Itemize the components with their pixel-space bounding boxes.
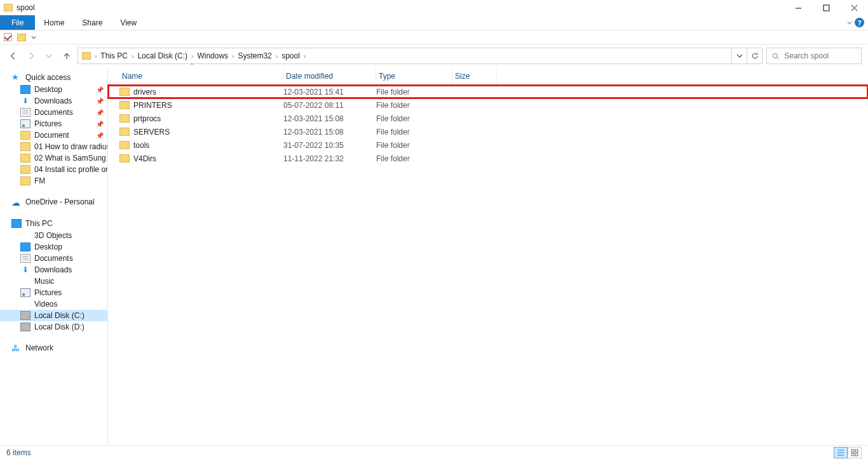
file-type: File folder <box>376 101 452 110</box>
sidebar-item[interactable]: Documents <box>0 253 107 264</box>
file-row[interactable]: prtprocs12-03-2021 15:08File folder <box>108 112 868 125</box>
folder-icon <box>20 165 31 174</box>
sidebar-onedrive[interactable]: ☁ OneDrive - Personal <box>0 196 107 208</box>
search-input[interactable] <box>784 51 861 60</box>
sidebar-item[interactable]: Music <box>0 276 107 287</box>
doc-icon <box>20 108 31 117</box>
close-button[interactable] <box>840 0 868 15</box>
help-icon[interactable]: ? <box>855 18 864 27</box>
sidebar-item[interactable]: Desktop <box>0 241 107 253</box>
pin-icon: 📌 <box>96 121 104 128</box>
sidebar-item[interactable]: FM <box>0 175 107 187</box>
folder-icon <box>4 4 13 11</box>
maximize-button[interactable] <box>812 0 840 15</box>
sidebar-label: Quick access <box>25 73 71 82</box>
tab-file[interactable]: File <box>0 15 35 30</box>
breadcrumb-segment[interactable]: System32 <box>235 51 274 60</box>
new-folder-icon[interactable] <box>17 34 26 41</box>
properties-icon[interactable] <box>4 33 12 41</box>
folder-icon <box>119 128 130 136</box>
tab-share[interactable]: Share <box>73 15 111 30</box>
sidebar-item[interactable]: Downloads <box>0 264 107 276</box>
pc-icon <box>11 219 22 228</box>
sidebar-item-label: 02 What is SamSung c <box>34 154 107 163</box>
view-details-button[interactable] <box>834 447 848 458</box>
sidebar-item[interactable]: Local Disk (D:) <box>0 321 107 333</box>
file-row[interactable]: drivers12-03-2021 15:41File folder <box>108 85 868 98</box>
sidebar-item-label: 01 How to draw radius <box>34 142 107 151</box>
folder-icon <box>119 154 130 163</box>
refresh-button[interactable] <box>747 48 762 63</box>
star-icon: ★ <box>11 73 22 82</box>
cloud-icon: ☁ <box>11 197 22 206</box>
vid-icon <box>20 300 31 309</box>
column-date[interactable]: Date modified <box>283 67 376 84</box>
ribbon-collapse-icon[interactable] <box>847 18 852 27</box>
disk-icon <box>20 311 31 320</box>
sidebar-quick-access[interactable]: ★ Quick access <box>0 71 107 84</box>
file-row[interactable]: tools31-07-2022 10:35File folder <box>108 138 868 152</box>
sidebar-item[interactable]: Pictures <box>0 287 107 298</box>
sidebar-item[interactable]: Local Disk (C:) <box>0 310 107 321</box>
folder-icon <box>82 52 91 60</box>
pin-icon: 📌 <box>96 109 104 116</box>
sidebar-item-label: Music <box>34 277 54 286</box>
sidebar-item[interactable]: Documents📌 <box>0 107 107 118</box>
column-type[interactable]: Type <box>376 67 452 84</box>
view-icons-button[interactable] <box>848 447 862 458</box>
sidebar-item[interactable]: 3D Objects <box>0 230 107 241</box>
tab-view[interactable]: View <box>111 15 146 30</box>
sort-asc-icon: ⌃ <box>189 62 194 69</box>
file-name: PRINTERS <box>133 101 172 110</box>
file-type: File folder <box>376 88 452 96</box>
file-row[interactable]: SERVERS12-03-2021 15:08File folder <box>108 125 868 138</box>
sidebar-this-pc[interactable]: This PC <box>0 217 107 230</box>
qat-dropdown-icon[interactable] <box>31 35 36 40</box>
file-date: 12-03-2021 15:08 <box>283 114 376 123</box>
disk-icon <box>20 323 31 331</box>
sidebar-item[interactable]: Desktop📌 <box>0 84 107 95</box>
chevron-right-icon[interactable]: › <box>93 53 98 60</box>
column-size[interactable]: Size <box>452 67 497 84</box>
breadcrumb-segment[interactable]: Windows <box>194 51 231 60</box>
file-row[interactable]: PRINTERS05-07-2022 08:11File folder <box>108 98 868 112</box>
breadcrumb-segment[interactable]: Local Disk (C:) <box>135 51 190 60</box>
down-icon <box>20 265 31 274</box>
address-dropdown-icon[interactable] <box>731 48 747 63</box>
sidebar-item[interactable]: Downloads📌 <box>0 95 107 107</box>
file-type: File folder <box>376 128 452 136</box>
back-button[interactable] <box>6 49 20 63</box>
sidebar-item[interactable]: 02 What is SamSung c <box>0 152 107 164</box>
doc-icon <box>20 254 31 263</box>
column-name[interactable]: Name ⌃ <box>119 67 283 84</box>
folder-icon <box>119 101 130 109</box>
chevron-right-icon[interactable]: › <box>302 53 307 60</box>
svg-rect-1 <box>824 5 829 11</box>
minimize-button[interactable] <box>784 0 812 15</box>
svg-line-6 <box>777 57 779 59</box>
folder-icon <box>20 142 31 151</box>
breadcrumb-segment[interactable]: spool <box>279 51 302 60</box>
sidebar-item-label: Videos <box>34 300 57 309</box>
breadcrumb-segment[interactable]: This PC <box>98 51 130 60</box>
sidebar-item[interactable]: Document📌 <box>0 130 107 141</box>
forward-button[interactable] <box>24 49 38 63</box>
search-box[interactable] <box>766 48 862 64</box>
sidebar-item-label: Documents <box>34 108 73 117</box>
sidebar-item[interactable]: 01 How to draw radius <box>0 141 107 152</box>
sidebar-network[interactable]: 🖧 Network <box>0 342 107 354</box>
file-type: File folder <box>376 141 452 150</box>
sidebar-item[interactable]: Pictures📌 <box>0 118 107 130</box>
sidebar-item[interactable]: Videos <box>0 298 107 310</box>
navigation-pane: ★ Quick access Desktop📌Downloads📌Documen… <box>0 67 108 445</box>
file-row[interactable]: V4Dirs11-11-2022 21:32File folder <box>108 152 868 165</box>
address-bar[interactable]: › This PC›Local Disk (C:)›Windows›System… <box>78 48 763 64</box>
up-button[interactable] <box>60 49 74 63</box>
sidebar-item-label: Pictures <box>34 119 62 128</box>
pic-icon <box>20 288 31 297</box>
sidebar-item[interactable]: 04 Install icc profile on <box>0 164 107 175</box>
column-headers: Name ⌃ Date modified Type Size <box>108 67 868 85</box>
tab-home[interactable]: Home <box>35 15 73 30</box>
file-type: File folder <box>376 154 452 163</box>
recent-dropdown-icon[interactable] <box>42 49 56 63</box>
